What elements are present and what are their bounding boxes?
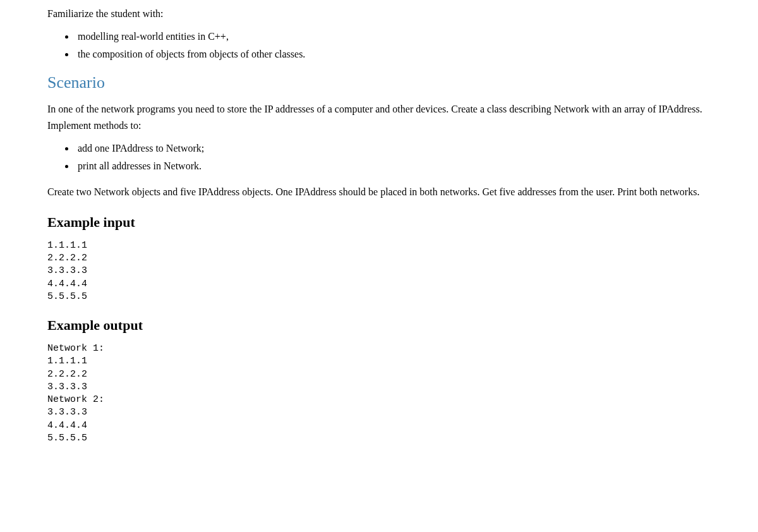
scenario-paragraph-2: Create two Network objects and five IPAd… xyxy=(47,184,711,200)
document-page: Familiarize the student with: modelling … xyxy=(0,6,758,478)
intro-text: Familiarize the student with: xyxy=(47,6,711,21)
list-item: modelling real-world entities in C++, xyxy=(75,29,711,44)
objectives-list: modelling real-world entities in C++, th… xyxy=(47,29,711,62)
list-item: the composition of objects from objects … xyxy=(75,47,711,62)
example-input-heading: Example input xyxy=(47,214,711,231)
example-output-block: Network 1: 1.1.1.1 2.2.2.2 3.3.3.3 Netwo… xyxy=(47,342,711,445)
list-item: add one IPAddress to Network; xyxy=(75,141,711,156)
list-item: print all addresses in Network. xyxy=(75,159,711,174)
scenario-heading: Scenario xyxy=(47,73,711,92)
example-input-block: 1.1.1.1 2.2.2.2 3.3.3.3 4.4.4.4 5.5.5.5 xyxy=(47,239,711,303)
scenario-paragraph-1: In one of the network programs you need … xyxy=(47,101,711,133)
scenario-methods-list: add one IPAddress to Network; print all … xyxy=(47,141,711,174)
example-output-heading: Example output xyxy=(47,317,711,334)
